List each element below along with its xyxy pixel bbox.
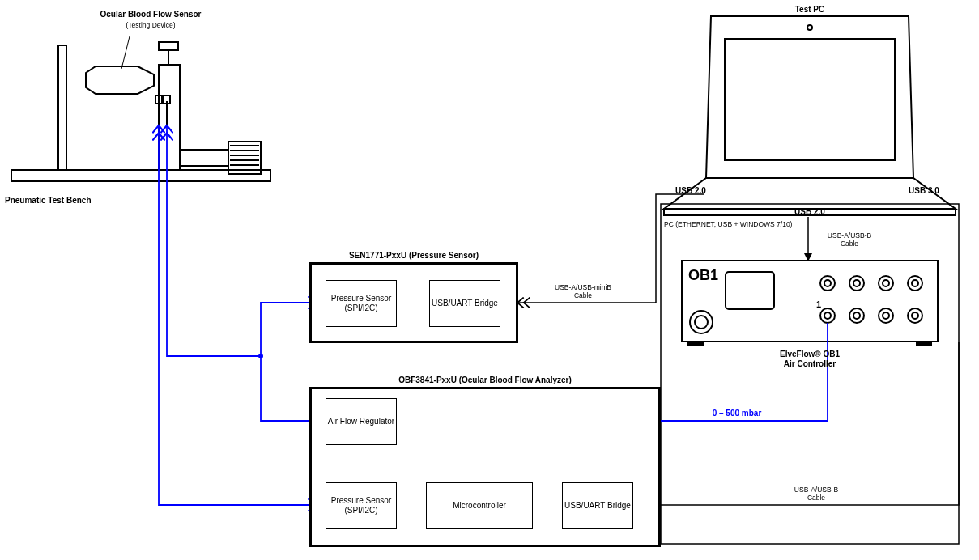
svg-point-30 — [879, 276, 893, 291]
svg-rect-1 — [58, 45, 66, 170]
pc-usb20-left: USB 2.0 — [675, 186, 706, 196]
bench-label: Pneumatic Test Bench — [5, 196, 92, 206]
svg-rect-18 — [725, 39, 895, 160]
obf3841-airflow-reg: Air Flow Regulator — [326, 398, 397, 445]
svg-point-40 — [908, 308, 922, 323]
svg-rect-43 — [917, 342, 931, 345]
test-bench-drawing — [11, 42, 270, 181]
svg-rect-42 — [688, 342, 703, 345]
svg-rect-5 — [180, 150, 228, 166]
svg-point-29 — [853, 280, 860, 286]
svg-point-31 — [883, 280, 889, 286]
svg-rect-0 — [11, 170, 270, 181]
obf3841-microcontroller: Microcontroller — [426, 482, 533, 529]
pc-title: Test PC — [761, 5, 858, 15]
svg-rect-22 — [682, 261, 938, 342]
svg-line-17 — [121, 36, 130, 69]
svg-point-26 — [820, 276, 835, 291]
svg-point-34 — [820, 308, 835, 323]
svg-point-39 — [883, 312, 889, 319]
svg-point-47 — [258, 354, 263, 358]
pc-usb20-bottom: USB 2.0 — [761, 207, 858, 217]
svg-point-27 — [824, 280, 831, 286]
svg-point-35 — [824, 312, 831, 319]
svg-point-37 — [853, 312, 860, 319]
sen1771-title: SEN1771-PxxU (Pressure Sensor) — [309, 251, 518, 261]
svg-point-25 — [695, 316, 708, 329]
air-range-label: 0 – 500 mbar — [688, 409, 785, 418]
sen1771-bridge: USB/UART Bridge — [429, 280, 500, 327]
svg-point-32 — [908, 276, 922, 291]
svg-rect-4 — [159, 42, 178, 50]
svg-rect-16 — [164, 95, 170, 104]
pc-cable-label: USB-A/USB-B Cable — [813, 231, 886, 248]
svg-point-38 — [879, 308, 893, 323]
obf3841-cable-label: USB-A/USB-B Cable — [768, 486, 865, 502]
sensor-subtitle: (Testing Device) — [78, 21, 223, 29]
svg-rect-23 — [726, 272, 774, 309]
svg-rect-6 — [228, 142, 261, 174]
sensor-title: Ocular Blood Flow Sensor — [78, 10, 223, 19]
obf3841-bridge: USB/UART Bridge — [562, 482, 633, 529]
obf3841-title: OBF3841-PxxU (Ocular Blood Flow Analyzer… — [309, 375, 661, 385]
svg-point-36 — [849, 308, 864, 323]
svg-rect-15 — [155, 95, 162, 104]
svg-point-19 — [807, 25, 812, 30]
svg-point-24 — [690, 311, 713, 333]
pc-usb30-right: USB 3.0 — [909, 186, 939, 196]
svg-rect-2 — [159, 65, 180, 170]
sen1771-cable-label: USB-A/USB-miniB Cable — [534, 283, 632, 299]
obf3841-pressure-sensor: Pressure Sensor (SPI/I2C) — [326, 482, 397, 529]
sen1771-pressure-sensor: Pressure Sensor (SPI/I2C) — [326, 280, 397, 327]
svg-point-33 — [912, 280, 918, 286]
ob1-drawing — [682, 261, 938, 345]
ob1-port1: 1 — [816, 299, 821, 310]
ob1-brand: OB1 — [688, 267, 718, 285]
ob1-caption: ElveFlow® OB1 Air Controller — [761, 350, 858, 369]
svg-point-41 — [912, 312, 918, 319]
svg-point-28 — [849, 276, 864, 291]
pc-req-label: PC (ETHERNET, USB + WINDOWS 7/10) — [664, 220, 792, 228]
